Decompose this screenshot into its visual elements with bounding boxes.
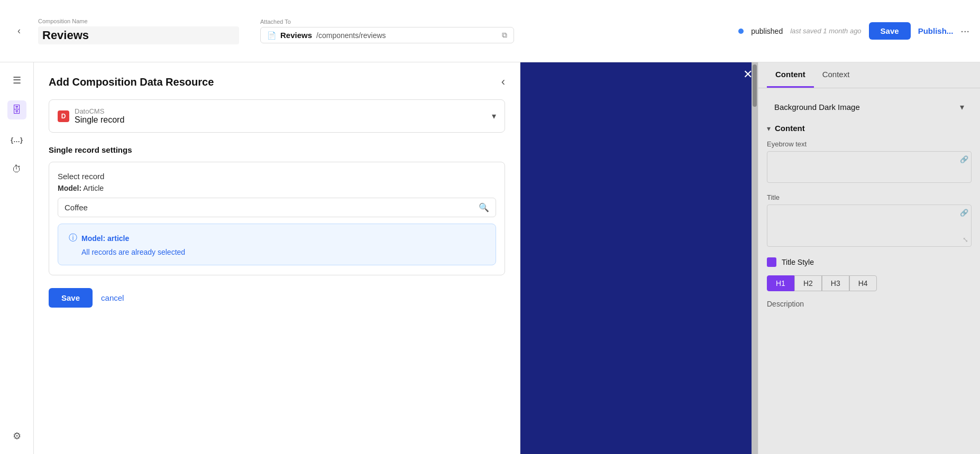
attached-name: Reviews bbox=[280, 31, 312, 40]
description-label: Description bbox=[767, 300, 972, 308]
composition-name-input[interactable] bbox=[38, 26, 239, 44]
notice-model: Model: article bbox=[81, 234, 129, 243]
composition-label: Composition Name bbox=[38, 18, 239, 24]
attached-row: 📄 Reviews /components/reviews ⧉ bbox=[260, 27, 514, 43]
attached-section: Attached To 📄 Reviews /components/review… bbox=[260, 18, 514, 43]
rp-content: Background Dark Image ▾ ▾ Content Eyebro… bbox=[758, 88, 980, 317]
main-layout: ☰ 🗄 {…} ⏱ ⚙ Add Composition Data Resourc… bbox=[0, 62, 980, 454]
notice-top: ⓘ Model: article bbox=[69, 233, 485, 244]
title-input[interactable] bbox=[767, 205, 972, 247]
preview-close-button[interactable]: ✕ bbox=[743, 68, 753, 81]
bg-image-row: Background Dark Image ▾ bbox=[767, 97, 972, 117]
link-icon-title[interactable]: 🔗 bbox=[960, 209, 968, 217]
dialog-panel: Add Composition Data Resource ‹ D DatoCM… bbox=[34, 62, 520, 454]
published-dot bbox=[738, 29, 744, 34]
menu-icon: ☰ bbox=[13, 75, 21, 86]
search-input[interactable] bbox=[65, 203, 474, 212]
code-icon: {…} bbox=[11, 136, 23, 144]
history-icon: ⏱ bbox=[12, 164, 22, 175]
sidebar-item-menu[interactable]: ☰ bbox=[7, 71, 26, 90]
preview-scrollbar[interactable] bbox=[752, 62, 758, 454]
save-button[interactable]: Save bbox=[869, 22, 911, 40]
dialog-save-button[interactable]: Save bbox=[49, 288, 93, 308]
resize-icon[interactable]: ⤡ bbox=[963, 236, 968, 244]
top-bar-right: published last saved 1 month ago Save Pu… bbox=[738, 22, 969, 40]
dato-logo: D bbox=[58, 110, 69, 122]
dato-dropdown[interactable]: D DatoCMS Single record ▾ bbox=[49, 99, 505, 133]
preview-scrollbar-thumb bbox=[753, 64, 757, 107]
title-style-section: Title Style H1 H2 H3 H4 bbox=[767, 257, 972, 291]
h1-button[interactable]: H1 bbox=[767, 275, 794, 291]
back-button[interactable]: ‹ bbox=[11, 23, 28, 40]
tab-context[interactable]: Context bbox=[814, 62, 858, 88]
record-box: Select record Model: Article 🔍 ⓘ Model: … bbox=[49, 162, 505, 275]
dialog-close-button[interactable]: ‹ bbox=[501, 75, 505, 89]
attached-label: Attached To bbox=[260, 18, 514, 25]
h2-button[interactable]: H2 bbox=[794, 275, 822, 291]
right-panel: Content Context Background Dark Image ▾ … bbox=[758, 62, 980, 454]
select-record-label: Select record bbox=[58, 172, 496, 181]
model-label: Model: Article bbox=[58, 184, 496, 192]
h4-button[interactable]: H4 bbox=[849, 275, 877, 291]
composition-section: Composition Name bbox=[38, 18, 239, 44]
sidebar-item-code[interactable]: {…} bbox=[7, 130, 26, 149]
attached-path: /components/reviews bbox=[316, 31, 498, 40]
eyebrow-text-label: Eyebrow text bbox=[767, 140, 972, 148]
info-icon: ⓘ bbox=[69, 233, 77, 244]
search-input-row: 🔍 bbox=[58, 198, 496, 217]
sidebar: ☰ 🗄 {…} ⏱ ⚙ bbox=[0, 62, 34, 454]
dato-name: DatoCMS bbox=[75, 107, 124, 115]
dato-record-type: Single record bbox=[75, 115, 124, 124]
notice-message: All records are already selected bbox=[81, 248, 485, 256]
title-style-buttons: H1 H2 H3 H4 bbox=[767, 275, 972, 291]
dialog-title: Add Composition Data Resource bbox=[49, 76, 214, 88]
h3-button[interactable]: H3 bbox=[822, 275, 849, 291]
rp-section-header: ▾ Content bbox=[767, 124, 972, 133]
copy-icon[interactable]: ⧉ bbox=[502, 31, 507, 40]
bg-image-chevron-icon[interactable]: ▾ bbox=[960, 102, 964, 112]
title-style-row: Title Style bbox=[767, 257, 972, 267]
last-saved: last saved 1 month ago bbox=[790, 27, 861, 35]
title-style-label: Title Style bbox=[782, 258, 814, 266]
more-options-button[interactable]: ··· bbox=[960, 25, 969, 37]
section-title: Single record settings bbox=[49, 145, 505, 154]
eyebrow-text-field: Eyebrow text 🔗 bbox=[767, 140, 972, 183]
sidebar-item-database[interactable]: 🗄 bbox=[7, 100, 26, 119]
title-label: Title bbox=[767, 193, 972, 201]
tab-content[interactable]: Content bbox=[767, 62, 814, 88]
section-arrow-icon[interactable]: ▾ bbox=[767, 124, 771, 133]
database-icon: 🗄 bbox=[12, 105, 22, 116]
preview-area: ✕ bbox=[520, 62, 758, 454]
dialog-cancel-button[interactable]: cancel bbox=[101, 293, 124, 302]
published-label: published bbox=[751, 27, 783, 35]
eyebrow-text-input[interactable] bbox=[767, 151, 972, 183]
settings-icon: ⚙ bbox=[13, 430, 21, 442]
bg-image-title: Background Dark Image bbox=[774, 103, 860, 112]
dropdown-chevron-icon: ▾ bbox=[492, 111, 496, 121]
top-bar: ‹ Composition Name Attached To 📄 Reviews… bbox=[0, 0, 980, 62]
search-icon: 🔍 bbox=[479, 202, 489, 212]
sidebar-item-settings[interactable]: ⚙ bbox=[7, 427, 26, 446]
rp-section-label: Content bbox=[775, 124, 805, 133]
document-icon: 📄 bbox=[267, 31, 276, 40]
publish-button[interactable]: Publish... bbox=[918, 26, 954, 35]
dialog-header: Add Composition Data Resource ‹ bbox=[49, 75, 505, 89]
title-style-icon bbox=[767, 257, 776, 267]
dato-left: D DatoCMS Single record bbox=[58, 107, 124, 125]
dialog-actions: Save cancel bbox=[49, 288, 505, 308]
sidebar-item-history[interactable]: ⏱ bbox=[7, 160, 26, 179]
title-field: Title 🔗 ⤡ bbox=[767, 193, 972, 247]
link-icon[interactable]: 🔗 bbox=[960, 155, 968, 163]
right-panel-tabs: Content Context bbox=[758, 62, 980, 88]
results-notice: ⓘ Model: article All records are already… bbox=[58, 224, 496, 265]
